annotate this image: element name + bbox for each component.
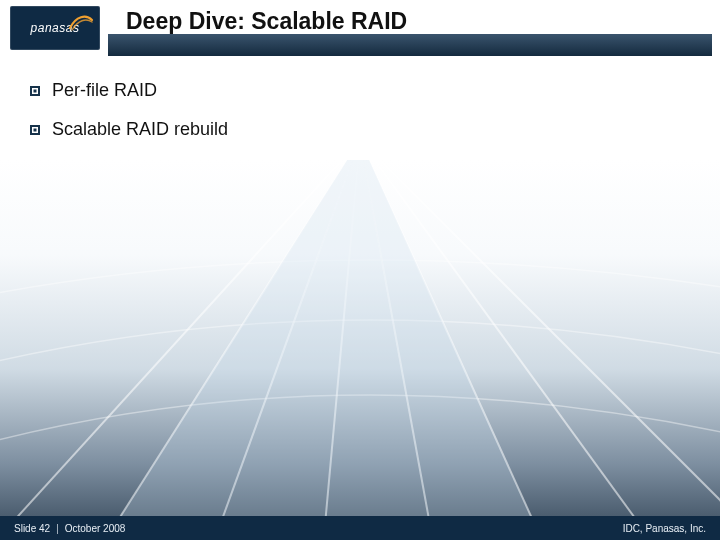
footer-right: IDC, Panasas, Inc. [623,523,706,534]
footer-date: October 2008 [65,523,126,534]
bullet-item: Per-file RAID [30,80,690,101]
footer: Slide 42 | October 2008 IDC, Panasas, In… [0,516,720,540]
background-beams [0,160,720,540]
slide: panasas Deep Dive: Scalable RAID Per-fil… [0,0,720,540]
slide-body: Per-file RAID Scalable RAID rebuild [30,70,690,158]
footer-left: Slide 42 | October 2008 [14,523,125,534]
svg-rect-13 [34,128,37,131]
footer-slide-number: Slide 42 [14,523,50,534]
brand-swoosh-icon [68,12,94,32]
bullet-text: Per-file RAID [52,80,157,101]
slide-title: Deep Dive: Scalable RAID [126,8,407,35]
svg-rect-10 [34,89,37,92]
footer-separator: | [56,523,59,534]
bullet-text: Scalable RAID rebuild [52,119,228,140]
beams-svg [0,160,720,540]
bullet-icon [30,86,40,96]
title-dark-strip [108,34,712,56]
bullet-item: Scalable RAID rebuild [30,119,690,140]
bullet-icon [30,125,40,135]
header: panasas Deep Dive: Scalable RAID [0,0,720,56]
brand-logo: panasas [10,6,100,50]
